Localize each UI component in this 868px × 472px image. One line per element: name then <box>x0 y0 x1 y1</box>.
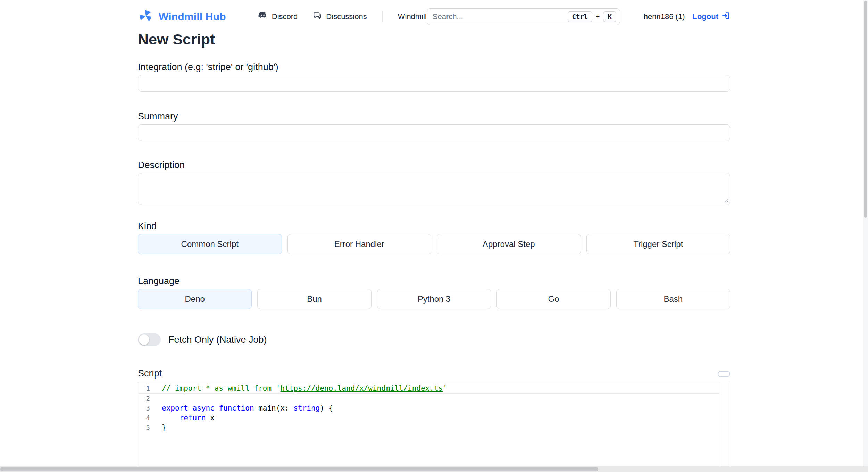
description-label: Description <box>138 160 730 170</box>
code-line[interactable]: 3export async function main(x: string) { <box>138 403 720 413</box>
code-text: // import * as wmill from 'https://deno.… <box>162 384 447 392</box>
user-area: henri186 (1) Logout <box>644 11 730 22</box>
header: Windmill Hub Discord Discussions Windmil… <box>138 8 730 25</box>
line-number: 2 <box>138 395 150 402</box>
kind-option-trigger-script[interactable]: Trigger Script <box>586 234 731 254</box>
language-option-go[interactable]: Go <box>496 289 610 309</box>
language-option-bun[interactable]: Bun <box>257 289 371 309</box>
code-lines: 1// import * as wmill from 'https://deno… <box>138 383 730 432</box>
code-line[interactable]: 5} <box>138 423 720 432</box>
search-input[interactable] <box>433 12 568 21</box>
brand-name: Windmill Hub <box>159 11 226 23</box>
language-option-bash[interactable]: Bash <box>616 289 730 309</box>
summary-label: Summary <box>138 111 730 122</box>
fetch-only-label: Fetch Only (Native Job) <box>168 334 267 345</box>
line-number: 5 <box>138 424 150 431</box>
script-field: Script 1// import * as wmill from 'https… <box>138 368 730 472</box>
kbd-k: K <box>603 11 616 22</box>
integration-label: Integration (e.g: 'stripe' or 'github') <box>138 62 730 72</box>
kind-option-error-handler[interactable]: Error Handler <box>287 234 432 254</box>
main-content: New Script Integration (e.g: 'stripe' or… <box>138 31 730 472</box>
kind-option-approval-step[interactable]: Approval Step <box>437 234 581 254</box>
language-label: Language <box>138 276 730 286</box>
editor-toggle-button[interactable] <box>718 371 730 377</box>
code-text: } <box>162 423 166 432</box>
kind-option-common-script[interactable]: Common Script <box>138 234 282 254</box>
nav-discord[interactable]: Discord <box>257 11 298 22</box>
language-field: Language Deno Bun Python 3 Go Bash <box>138 276 730 309</box>
editor-scrollbar-divider <box>720 382 720 472</box>
kind-label: Kind <box>138 221 730 231</box>
integration-input[interactable] <box>138 75 730 92</box>
code-line[interactable]: 1// import * as wmill from 'https://deno… <box>138 383 720 394</box>
language-option-python3[interactable]: Python 3 <box>377 289 491 309</box>
code-text: return x <box>162 414 215 422</box>
kbd-ctrl: Ctrl <box>568 11 593 22</box>
summary-field: Summary <box>138 111 730 141</box>
vertical-scrollbar-thumb[interactable] <box>864 1 867 218</box>
horizontal-scrollbar[interactable] <box>0 466 868 472</box>
description-field: Description <box>138 160 730 205</box>
toggle-knob <box>139 334 149 345</box>
line-number: 4 <box>138 414 150 422</box>
nav-discussions-label: Discussions <box>326 12 367 21</box>
code-editor[interactable]: 1// import * as wmill from 'https://deno… <box>138 382 730 472</box>
description-textarea[interactable] <box>138 173 730 205</box>
language-options: Deno Bun Python 3 Go Bash <box>138 289 730 309</box>
code-line[interactable]: 2 <box>138 394 720 403</box>
search-box[interactable]: Ctrl + K <box>427 8 620 25</box>
integration-field: Integration (e.g: 'stripe' or 'github') <box>138 62 730 92</box>
nav-discussions[interactable]: Discussions <box>313 11 367 22</box>
discord-icon <box>257 11 268 22</box>
logout-link[interactable]: Logout <box>692 11 730 22</box>
nav-windmill[interactable]: Windmill <box>398 12 427 21</box>
logout-icon <box>721 11 730 22</box>
nav-windmill-label: Windmill <box>398 12 427 21</box>
summary-input[interactable] <box>138 124 730 141</box>
page-title: New Script <box>138 31 730 48</box>
windmill-logo-icon <box>138 9 154 25</box>
horizontal-scrollbar-thumb[interactable] <box>0 467 598 471</box>
script-label: Script <box>138 368 162 379</box>
line-number: 3 <box>138 404 150 412</box>
username: henri186 (1) <box>644 12 685 21</box>
vertical-scrollbar[interactable] <box>863 0 868 466</box>
line-number: 1 <box>138 384 150 392</box>
kind-options: Common Script Error Handler Approval Ste… <box>138 234 730 254</box>
main-nav: Discord Discussions Windmill <box>257 11 427 23</box>
code-line[interactable]: 4 return x <box>138 413 720 423</box>
code-text: export async function main(x: string) { <box>162 404 333 412</box>
nav-discord-label: Discord <box>272 12 298 21</box>
fetch-only-toggle[interactable] <box>138 333 161 346</box>
brand-link[interactable]: Windmill Hub <box>138 9 226 25</box>
language-option-deno[interactable]: Deno <box>138 289 252 309</box>
kbd-plus: + <box>596 13 600 20</box>
discussions-icon <box>313 11 322 22</box>
kind-field: Kind Common Script Error Handler Approva… <box>138 221 730 254</box>
nav-divider <box>382 11 383 23</box>
fetch-only-row: Fetch Only (Native Job) <box>138 333 730 346</box>
logout-label: Logout <box>692 12 718 21</box>
